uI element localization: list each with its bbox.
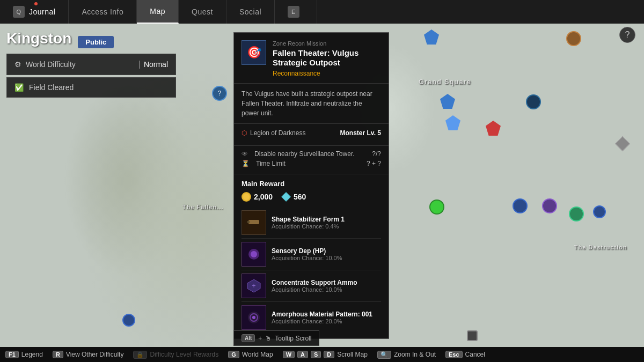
enemy-label: ⬡ Legion of Darkness: [241, 129, 305, 137]
key-lock: 🔒: [133, 351, 147, 359]
nav-social-label: Social: [239, 8, 261, 16]
nav-item-quest[interactable]: Quest: [179, 0, 226, 24]
location-title: Kingston: [6, 30, 71, 47]
svg-text:+: +: [252, 282, 255, 290]
marker-green-1[interactable]: [429, 200, 444, 215]
marker-3[interactable]: [445, 115, 460, 130]
bottom-bar: F1 Legend R View Other Difficulty 🔒 Diff…: [0, 347, 644, 362]
marker-9[interactable]: [593, 205, 606, 218]
scroll-label: Tooltip Scroll: [275, 335, 311, 342]
mouse-icon: 🖱: [265, 335, 272, 342]
marker-quest-area[interactable]: ?: [212, 86, 227, 101]
key-d: D: [324, 351, 334, 358]
hint-difficulty[interactable]: R View Other Difficulty: [53, 351, 124, 358]
marker-2[interactable]: [440, 94, 455, 109]
objective-1-label: 👁 Disable nearby Surveillance Tower.: [241, 150, 355, 158]
key-a: A: [297, 351, 308, 358]
hint-zoom: 🔍 Zoom In & Out: [377, 351, 436, 359]
square-marker: [467, 330, 478, 341]
reward-currency: 2,000 560: [241, 192, 381, 202]
monster-level: Monster Lv. 5: [340, 129, 381, 137]
reward-chance-2: Acquisition Chance: 10.0%: [272, 255, 381, 261]
crystal-reward: 560: [281, 192, 306, 202]
reward-item-3: + Concentrate Support Ammo Acquisition C…: [241, 270, 381, 302]
nav-item-key-e[interactable]: E: [275, 0, 317, 24]
reward-chance-3: Acquisition Chance: 10.0%: [272, 286, 381, 293]
reward-info-2: Sensory Dep (HP) Acquisition Chance: 10.…: [272, 247, 381, 261]
gray-marker: [615, 136, 630, 151]
notification-dot: [34, 2, 38, 5]
marker-6[interactable]: [542, 198, 557, 213]
reward-img-2: [241, 242, 266, 267]
nav-item-map[interactable]: Map: [137, 0, 179, 24]
mission-popup: 🎯 Zone Recon Mission Fallen Theater: Vul…: [233, 32, 389, 339]
world-difficulty-row: ⚙ World Difficulty | Normal: [6, 54, 176, 75]
mission-name: Fallen Theater: Vulgus Strategic Outpost: [273, 48, 381, 68]
reward-info-4: Amorphous Material Pattern: 001 Acquisit…: [272, 311, 381, 324]
location-title-row: Kingston Public: [6, 30, 176, 54]
green-marker: [429, 200, 444, 215]
reward-item-1: Shape Stabilizer Form 1 Acquisition Chan…: [241, 207, 381, 239]
blue-marker-2: [440, 94, 455, 109]
svg-point-8: [252, 316, 255, 319]
marker-10[interactable]: [617, 138, 628, 149]
nav-item-social[interactable]: Social: [226, 0, 275, 24]
alt-key: Alt: [241, 334, 255, 342]
nav-item-access-info[interactable]: Access Info: [69, 0, 137, 24]
marker-7[interactable]: [566, 31, 581, 46]
objective-1-text: Disable nearby Surveillance Tower.: [254, 150, 355, 158]
marker-bottom[interactable]: [122, 314, 135, 327]
key-r: R: [53, 351, 63, 358]
teal-marker: [569, 206, 584, 221]
reward-name-3: Concentrate Support Ammo: [272, 279, 381, 286]
marker-red-1[interactable]: [486, 121, 501, 136]
help-button[interactable]: ?: [619, 27, 635, 43]
field-cleared-label: Field Cleared: [29, 83, 74, 92]
nav-map-label: Map: [150, 7, 165, 16]
reward-info-3: Concentrate Support Ammo Acquisition Cha…: [272, 279, 381, 293]
nav-access-info-label: Access Info: [82, 8, 123, 16]
nav-key-q: Q: [13, 6, 25, 18]
key-esc: Esc: [445, 351, 463, 358]
hint-world-map[interactable]: G World Map: [228, 351, 273, 358]
navigation-bar: Q Journal Access Info Map Quest Social E: [0, 0, 644, 24]
brown-marker: [566, 31, 581, 46]
blue-marker: [424, 29, 439, 45]
hint-scroll-map-label: Scroll Map: [337, 351, 368, 358]
nav-item-journal[interactable]: Q Journal: [0, 0, 69, 24]
marker-8[interactable]: [569, 206, 584, 221]
reward-chance-1: Acquisition Chance: 0.4%: [272, 223, 381, 230]
reward-name-1: Shape Stabilizer Form 1: [272, 216, 381, 223]
scroll-tooltip: Alt + 🖱 Tooltip Scroll: [233, 330, 319, 346]
help-icon: ?: [625, 30, 630, 40]
reward-section: Main Reward 2,000 560 Shape Stabilizer F…: [234, 174, 389, 338]
gold-reward: 2,000: [241, 192, 273, 202]
marker-bottom-2[interactable]: [467, 330, 478, 341]
plus-symbol: +: [258, 335, 262, 342]
gold-amount: 2,000: [254, 193, 273, 201]
hint-cancel[interactable]: Esc Cancel: [445, 351, 485, 358]
bottom-marker: [122, 314, 135, 327]
hint-zoom-label: Zoom In & Out: [394, 351, 436, 358]
mission-tag: Reconnaissance: [273, 70, 320, 77]
marker-sound[interactable]: [526, 94, 541, 109]
small-blue-marker: [593, 205, 606, 218]
hint-legend-label: Legend: [21, 351, 43, 358]
public-badge: Public: [78, 36, 114, 48]
hint-scroll-map: W A S D Scroll Map: [283, 351, 368, 358]
svg-rect-0: [248, 220, 259, 224]
mission-meta: ⬡ Legion of Darkness Monster Lv. 5: [234, 124, 389, 146]
reward-name-2: Sensory Dep (HP): [272, 247, 381, 255]
key-g: G: [228, 351, 239, 358]
dark-blue-marker: [513, 198, 528, 213]
destruction-label: The Destruction: [574, 244, 627, 250]
marker-1[interactable]: [424, 29, 439, 45]
reward-img-4: [241, 305, 266, 330]
quest-marker: ?: [212, 86, 227, 101]
timer-icon: ⏳: [241, 160, 250, 167]
hint-difficulty-rewards: 🔒 Difficulty Level Rewards: [133, 351, 218, 359]
marker-5[interactable]: [513, 198, 528, 213]
hint-cancel-label: Cancel: [465, 351, 485, 358]
purple-marker: [542, 198, 557, 213]
grand-square-label: Grand Square: [419, 78, 471, 86]
